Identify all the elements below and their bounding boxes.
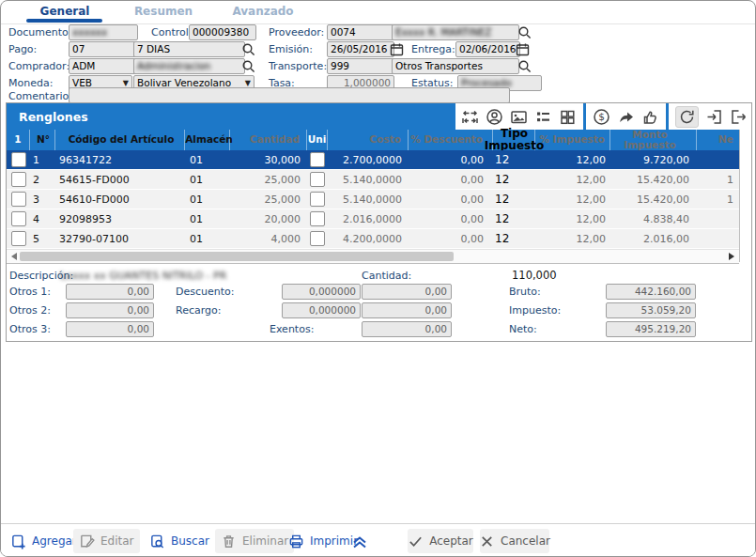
table-row[interactable]: 3 54610-FD000 01 25,000 5.140,0000 0,00 … [7,190,739,209]
comprador-code-field[interactable]: ADM [69,58,138,74]
cell-neto: 1 [697,170,739,189]
column-header[interactable]: % Descuento [409,130,493,150]
row-checkbox[interactable] [11,211,26,226]
tab-resumen[interactable]: Resumen [114,5,213,18]
proveedor-label: Proveedor: [269,26,324,39]
cell-almacen: 01 [185,170,230,189]
column-header[interactable]: Cantidad [230,130,307,150]
emision-calendar-icon[interactable] [390,42,404,56]
entrega-label: Entrega: [411,43,455,55]
scroll-left-arrow-icon[interactable] [11,253,17,260]
column-header[interactable]: N° [30,130,55,150]
aceptar-label: Aceptar [429,534,473,548]
editar-button[interactable]: Editar [73,529,140,553]
recargo-label: Recargo: [176,304,221,317]
add-document-icon [10,534,26,549]
collapse-toolbar-icon[interactable] [350,532,369,554]
cell-cantidad: 4,000 [230,229,307,248]
uni-checkbox[interactable] [310,231,325,246]
close-icon [479,534,495,549]
recargo-pct-field[interactable]: 0,000000 [282,302,361,318]
vertical-scrollbar-track[interactable] [739,130,751,262]
column-header[interactable]: Uni [307,130,328,150]
uni-checkbox[interactable] [310,152,325,167]
uni-checkbox[interactable] [310,192,325,207]
row-select-cell [7,229,30,248]
descuento-pct-field[interactable]: 0,000000 [282,284,361,300]
otros2-field[interactable]: 0,00 [66,302,154,318]
pago-desc-field[interactable]: 7 DIAS [133,41,245,57]
pago-search-icon[interactable] [241,42,255,56]
otros1-field[interactable]: 0,00 [66,284,154,300]
transporte-search-icon[interactable] [517,59,532,73]
scroll-right-arrow-icon[interactable] [729,253,734,260]
proveedor-search-icon[interactable] [517,25,532,39]
otros3-field[interactable]: 0,00 [66,321,154,337]
sign-out-icon[interactable] [730,108,748,126]
row-checkbox[interactable] [11,152,26,167]
column-header[interactable]: 1 [7,130,30,150]
image-icon[interactable] [510,108,528,126]
transporte-label: Transporte: [269,60,327,72]
edit-icon [79,534,95,549]
table-row[interactable]: 5 32790-07100 01 4,000 4.200,0000 0,00 1… [7,229,739,248]
chevron-down-icon: ▼ [245,80,251,87]
column-header[interactable]: Costo [328,130,409,150]
uni-checkbox[interactable] [310,172,325,187]
pallet-icon[interactable] [559,108,577,126]
horizontal-scrollbar[interactable] [7,249,739,264]
proveedor-name-field[interactable]: Exxxx R. MARTINEZ [392,24,519,40]
entrega-field[interactable]: 02/06/2016 [455,41,520,57]
cell-uni [307,170,328,189]
exentos-field[interactable]: 0,00 [362,321,452,337]
comprador-search-icon[interactable] [241,59,255,73]
column-header[interactable]: Tipo Impuesto [493,130,535,150]
comprador-name-field[interactable]: Administracion [133,58,245,74]
column-header[interactable]: Monto Impuesto [610,130,697,150]
control-field[interactable]: 000009380 [189,24,256,40]
agregar-button[interactable]: Agregar [5,529,83,553]
column-header[interactable]: Ne [697,130,739,150]
cell-porcentaje-impuesto: 12,00 [535,150,610,169]
cancelar-button[interactable]: Cancelar [480,529,549,553]
row-checkbox[interactable] [11,172,26,187]
entrega-calendar-icon[interactable] [516,42,530,56]
bruto-field: 442.160,00 [606,284,696,300]
otros2-label: Otros 2: [9,304,51,317]
scrollbar-thumb[interactable] [20,252,454,261]
descuento-monto-field[interactable]: 0,00 [362,284,452,300]
table-row[interactable]: 1 96341722 01 30,000 2.700,0000 0,00 12 … [7,150,739,169]
column-header[interactable]: % Impuesto [535,130,610,150]
cantidad-total-value: 110,000 [512,269,557,282]
transporte-desc-field[interactable]: Otros Transportes [392,58,519,74]
exentos-label: Exentos: [270,323,314,335]
table-row[interactable]: 2 54615-FD000 01 25,000 5.140,0000 0,00 … [7,170,739,189]
user-icon[interactable] [486,108,503,126]
row-select-cell [7,209,30,228]
row-checkbox[interactable] [11,231,26,246]
tab-general[interactable]: General [15,5,115,18]
list-icon[interactable] [534,108,552,126]
tab-avanzado[interactable]: Avanzado [213,5,313,18]
buscar-button[interactable]: Buscar [144,529,215,553]
column-header[interactable]: Almacén [185,130,230,150]
comentario-field[interactable] [69,87,510,103]
recargo-monto-field[interactable]: 0,00 [362,302,452,318]
documento-field[interactable]: xxxxxx [69,24,138,40]
emision-field[interactable]: 26/05/2016 [327,41,394,57]
refresh-icon[interactable] [675,106,699,128]
row-checkbox[interactable] [11,192,26,207]
transporte-code-field[interactable]: 999 [327,58,394,74]
proveedor-code-field[interactable]: 0074 [327,24,394,40]
uni-checkbox[interactable] [310,211,325,226]
forward-icon[interactable] [617,108,635,126]
sign-in-icon[interactable] [705,108,723,126]
column-width-icon[interactable] [461,108,479,126]
table-row[interactable]: 4 92098953 01 20,000 2.016,0000 0,00 12 … [7,209,739,228]
impuesto-label: Impuesto: [509,304,561,317]
pago-code-field[interactable]: 07 [69,41,138,57]
column-header[interactable]: Código del Artículo [55,130,185,150]
aceptar-button[interactable]: Aceptar [408,529,473,553]
thumb-up-icon[interactable] [641,108,659,126]
dollar-icon[interactable]: $ [593,108,610,126]
